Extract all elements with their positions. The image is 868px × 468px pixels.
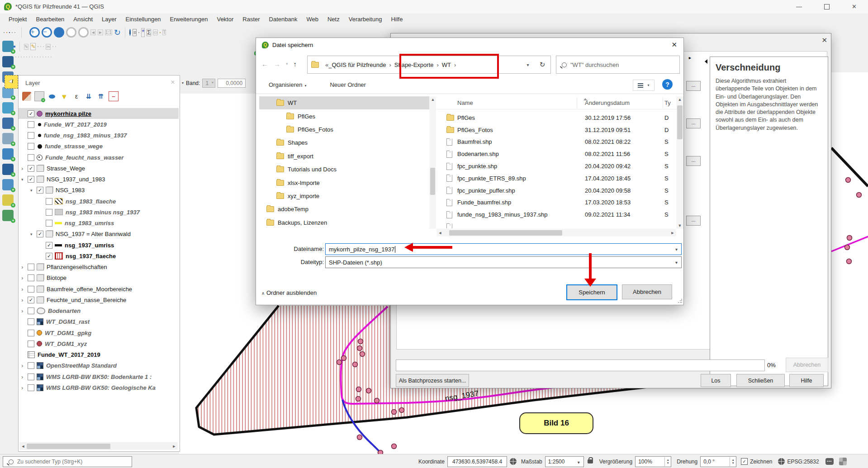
rotation-spinbox[interactable]: 0,0 °▲▼: [700, 456, 736, 467]
delete-part-icon[interactable]: [34, 57, 35, 57]
locator-search-input[interactable]: Zu suchender Typ (Strg+K): [3, 456, 132, 467]
reshape-icon[interactable]: [37, 57, 38, 57]
layer-tree-row[interactable]: Funde_feucht_nass_wasser: [19, 152, 179, 163]
select-features-icon[interactable]: [5, 75, 18, 89]
layer-tree-row[interactable]: funde_nsg_1983_minus_1937: [19, 130, 179, 141]
refresh-icon[interactable]: ↻: [534, 56, 551, 74]
folder-tree-item[interactable]: Tutorials und Docs: [259, 163, 429, 176]
open-project-icon[interactable]: [6, 32, 7, 33]
chevron-icon[interactable]: [30, 232, 37, 236]
add-postgis-icon[interactable]: [2, 133, 14, 144]
remove-layer-icon[interactable]: −: [109, 91, 119, 101]
chevron-icon[interactable]: [21, 373, 28, 380]
file-row[interactable]: Funde_baumfrei.shp 17.03.2020 18:53 S: [436, 197, 676, 209]
up-icon[interactable]: ↑: [294, 60, 297, 68]
toolbar-separator[interactable]: [21, 28, 22, 38]
identify-features-icon[interactable]: i: [129, 29, 131, 36]
hide-folders-button[interactable]: ∧ Ordner ausblenden: [261, 289, 317, 296]
file-row[interactable]: PflGes 30.12.2019 17:56 D: [436, 112, 676, 124]
file-row[interactable]: [436, 221, 676, 228]
coordinate-input[interactable]: 473630.6,5397458.4: [447, 456, 507, 467]
menu-item[interactable]: Vektor: [213, 14, 237, 24]
current-edits-icon[interactable]: ✎: [24, 44, 28, 50]
field-calculator-icon[interactable]: [138, 32, 139, 33]
add-arcgis-layer-icon[interactable]: [2, 194, 14, 206]
menu-item[interactable]: Erweiterungen: [166, 14, 212, 24]
lock-scale-icon[interactable]: [588, 459, 593, 463]
options-gear-icon[interactable]: *: [141, 28, 145, 37]
menu-item[interactable]: Web: [302, 14, 323, 24]
tree-scrollbar[interactable]: ▲: [429, 96, 436, 229]
filetype-select[interactable]: SHP-Dateien (*.shp) ▾: [325, 256, 682, 268]
address-drop-icon[interactable]: ▾: [522, 56, 535, 74]
layer-tree-row[interactable]: WT_DGM1_xyz: [19, 338, 179, 349]
manage-visibility-icon[interactable]: [47, 92, 57, 101]
chevron-icon[interactable]: [21, 165, 28, 172]
layer-tree-row[interactable]: Feuchte_und_nasse_Bereiche: [19, 294, 179, 305]
cancel-process-button[interactable]: Abbrechen: [786, 358, 828, 372]
add-spatialite-icon[interactable]: [2, 102, 14, 113]
folder-tree-item[interactable]: Shapes: [259, 136, 429, 149]
copy-features-icon[interactable]: [52, 46, 53, 47]
new-project-icon[interactable]: [4, 32, 5, 33]
layer-visibility-checkbox[interactable]: [46, 253, 52, 260]
layer-tree-row[interactable]: Funde_WT_2017_2019: [19, 350, 179, 360]
new-folder-button[interactable]: Neuer Ordner: [330, 81, 365, 88]
menu-item[interactable]: Projekt: [5, 14, 31, 24]
layer-tree-row[interactable]: OpenStreetMap Standard: [19, 360, 179, 371]
rotate-feature-icon[interactable]: [18, 57, 19, 57]
layer-tree-row[interactable]: nsg_1983_flaeche: [19, 196, 179, 207]
filename-input[interactable]: mykorrh_pilze_nsg_1937 ▾: [325, 243, 682, 255]
dialog-close-icon[interactable]: ✕: [821, 36, 827, 44]
expression-filter-icon[interactable]: ε: [72, 92, 81, 101]
annotation-icon[interactable]: [160, 32, 161, 33]
folder-tree-item[interactable]: PflGes_Fotos: [259, 123, 429, 136]
menu-item[interactable]: Netz: [323, 14, 344, 24]
file-list-hscrollbar[interactable]: ◄ ►: [436, 229, 676, 236]
menu-item[interactable]: Layer: [98, 14, 121, 24]
layer-visibility-checkbox[interactable]: [28, 274, 34, 281]
new-table-icon[interactable]: [2, 210, 14, 221]
zoom-to-selection-icon[interactable]: [66, 27, 76, 38]
file-row[interactable]: fpc_punkte.shp 20.04.2020 09:42 S: [436, 160, 676, 172]
scroll-left-icon[interactable]: ◄: [436, 231, 444, 235]
add-wcs-layer-icon[interactable]: [2, 164, 14, 175]
render-checkbox[interactable]: ✓: [741, 458, 748, 465]
folder-tree-item[interactable]: xyz_importe: [259, 189, 429, 203]
chevron-icon[interactable]: [21, 177, 28, 182]
scrollbar-thumb[interactable]: [27, 444, 110, 449]
layer-visibility-checkbox[interactable]: [46, 209, 52, 216]
column-type[interactable]: Ty: [664, 99, 676, 106]
layer-tree-row[interactable]: WT_DGM1_rast: [19, 317, 179, 327]
back-icon[interactable]: ←: [261, 60, 268, 68]
layer-visibility-checkbox[interactable]: [28, 143, 34, 150]
zoom-native-icon[interactable]: 1:1: [105, 29, 112, 35]
simplify-feature-icon[interactable]: [21, 57, 22, 57]
add-group-icon[interactable]: [34, 91, 44, 101]
chevron-down-icon[interactable]: ▾: [675, 247, 678, 252]
file-row[interactable]: Baumfrei.shp 08.02.2021 08:22 S: [436, 136, 676, 148]
menu-item[interactable]: Hilfe: [387, 14, 407, 24]
layer-visibility-checkbox[interactable]: [37, 231, 43, 237]
history-drop-icon[interactable]: ▾: [286, 61, 288, 66]
layer-visibility-checkbox[interactable]: [28, 362, 34, 369]
folder-tree-item[interactable]: Backups, Lizenzen: [259, 216, 429, 229]
layer-tree-row[interactable]: WT_DGM1_gpkg: [19, 327, 179, 338]
scrollbar-thumb[interactable]: [430, 168, 435, 195]
layer-visibility-checkbox[interactable]: [28, 384, 34, 391]
close-button[interactable]: ✕: [840, 0, 868, 13]
scroll-down-icon[interactable]: ▼: [676, 223, 683, 228]
layer-tree-row[interactable]: WMS LGRB-BW BK50: Bodenkarte 1 :: [19, 371, 179, 382]
chevron-icon[interactable]: [30, 188, 37, 193]
layer-tree-row[interactable]: mykorrhiza pilze: [19, 108, 179, 119]
help-icon[interactable]: ?: [662, 79, 673, 90]
merge-features-icon[interactable]: [48, 57, 49, 57]
layer-visibility-checkbox[interactable]: [28, 318, 34, 325]
file-row[interactable]: PflGes_Fotos 31.12.2019 09:51 D: [436, 124, 676, 136]
scroll-up-icon[interactable]: ▲: [429, 97, 436, 102]
chevron-icon[interactable]: [21, 274, 28, 281]
delete-selected-icon[interactable]: [43, 46, 44, 47]
scroll-right-icon[interactable]: ►: [171, 444, 178, 449]
layer-tree-row[interactable]: nsg_1937_flaeche: [19, 251, 179, 261]
layout-manager-icon[interactable]: [14, 32, 15, 33]
